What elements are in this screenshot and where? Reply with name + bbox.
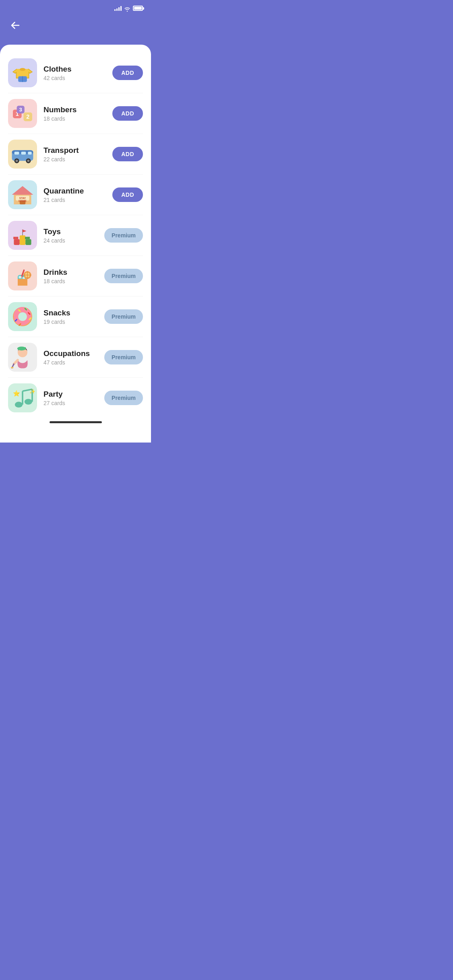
svg-rect-40 — [18, 279, 27, 286]
svg-text:2: 2 — [26, 113, 29, 120]
svg-rect-33 — [16, 237, 18, 239]
svg-rect-14 — [14, 152, 19, 154]
svg-rect-29 — [14, 239, 19, 245]
category-count-drinks: 18 cards — [43, 278, 104, 284]
svg-point-51 — [18, 312, 27, 321]
category-name-party: Party — [43, 390, 104, 399]
svg-rect-32 — [13, 237, 16, 239]
category-name-clothes: Clothes — [43, 65, 112, 74]
svg-rect-30 — [20, 235, 25, 245]
category-info-occupations: Occupations47 cards — [43, 349, 104, 366]
category-count-numbers: 18 cards — [43, 115, 112, 122]
category-count-snacks: 19 cards — [43, 319, 104, 325]
category-row-quarantine: STAY HOME Quarantine21 cardsADD — [8, 175, 143, 215]
svg-rect-63 — [11, 367, 13, 369]
category-name-drinks: Drinks — [43, 268, 104, 277]
svg-point-61 — [24, 347, 26, 349]
premium-button-snacks[interactable]: Premium — [104, 309, 143, 324]
category-row-party: ⭐ ✨ Party27 cardsPremium — [8, 378, 143, 418]
svg-point-20 — [27, 160, 29, 162]
category-name-occupations: Occupations — [43, 349, 104, 358]
category-info-transport: Transport22 cards — [43, 146, 112, 163]
category-info-toys: Toys24 cards — [43, 227, 104, 244]
wifi-icon — [124, 6, 130, 11]
category-info-clothes: Clothes42 cards — [43, 65, 112, 81]
signal-icon — [114, 6, 122, 11]
premium-button-party[interactable]: Premium — [104, 391, 143, 405]
category-count-party: 27 cards — [43, 400, 104, 406]
add-button-clothes[interactable]: ADD — [112, 66, 143, 80]
category-count-occupations: 47 cards — [43, 359, 104, 366]
category-name-quarantine: Quarantine — [43, 187, 112, 196]
category-icon-clothes — [8, 58, 37, 87]
category-info-quarantine: Quarantine21 cards — [43, 187, 112, 203]
category-row-occupations: Occupations47 cardsPremium — [8, 337, 143, 378]
category-row-snacks: Snacks19 cardsPremium — [8, 296, 143, 337]
category-row-numbers: 1 2 3 Numbers18 cardsADD — [8, 93, 143, 134]
category-name-toys: Toys — [43, 227, 104, 236]
svg-rect-15 — [21, 152, 26, 154]
category-count-quarantine: 21 cards — [43, 197, 112, 203]
add-button-transport[interactable]: ADD — [112, 147, 143, 161]
status-bar — [0, 0, 151, 14]
category-icon-toys — [8, 221, 37, 250]
svg-rect-35 — [27, 237, 30, 239]
category-info-party: Party27 cards — [43, 390, 104, 406]
category-info-numbers: Numbers18 cards — [43, 105, 112, 122]
premium-button-occupations[interactable]: Premium — [104, 350, 143, 364]
category-icon-party: ⭐ ✨ — [8, 383, 37, 412]
category-info-drinks: Drinks18 cards — [43, 268, 104, 284]
svg-rect-42 — [19, 276, 21, 278]
svg-text:STAY: STAY — [19, 197, 26, 200]
svg-point-1 — [20, 68, 25, 71]
category-count-toys: 24 cards — [43, 237, 104, 244]
category-row-drinks: Drinks18 cardsPremium — [8, 256, 143, 296]
category-name-snacks: Snacks — [43, 309, 104, 317]
category-icon-quarantine: STAY HOME — [8, 180, 37, 209]
svg-rect-31 — [25, 239, 31, 245]
content-area: Clothes42 cardsADD 1 2 3 Numbers18 cards… — [0, 45, 151, 443]
svg-text:3: 3 — [19, 107, 22, 113]
back-button[interactable] — [8, 18, 23, 33]
categories-list: Clothes42 cardsADD 1 2 3 Numbers18 cards… — [8, 53, 143, 418]
add-button-quarantine[interactable]: ADD — [112, 187, 143, 202]
premium-button-toys[interactable]: Premium — [104, 228, 143, 243]
category-row-clothes: Clothes42 cardsADD — [8, 53, 143, 93]
category-row-toys: Toys24 cardsPremium — [8, 215, 143, 256]
header — [0, 14, 151, 45]
svg-text:✨: ✨ — [29, 388, 35, 394]
category-icon-drinks — [8, 261, 37, 290]
premium-button-drinks[interactable]: Premium — [104, 269, 143, 283]
category-count-transport: 22 cards — [43, 156, 112, 163]
category-count-clothes: 42 cards — [43, 75, 112, 81]
category-icon-snacks — [8, 302, 37, 331]
svg-point-65 — [15, 402, 23, 408]
category-name-transport: Transport — [43, 146, 112, 155]
category-icon-transport — [8, 140, 37, 169]
battery-icon — [133, 6, 143, 11]
svg-point-18 — [16, 160, 18, 162]
status-icons — [114, 6, 143, 11]
home-indicator — [50, 421, 102, 423]
category-icon-occupations — [8, 343, 37, 372]
category-row-transport: Transport22 cardsADD — [8, 134, 143, 175]
svg-rect-16 — [28, 152, 32, 154]
svg-point-66 — [25, 399, 32, 404]
svg-text:HOME: HOME — [19, 200, 27, 202]
add-button-numbers[interactable]: ADD — [112, 106, 143, 121]
svg-rect-34 — [25, 237, 27, 239]
category-info-snacks: Snacks19 cards — [43, 309, 104, 325]
category-name-numbers: Numbers — [43, 105, 112, 114]
svg-text:⭐: ⭐ — [13, 390, 20, 397]
category-icon-numbers: 1 2 3 — [8, 99, 37, 128]
